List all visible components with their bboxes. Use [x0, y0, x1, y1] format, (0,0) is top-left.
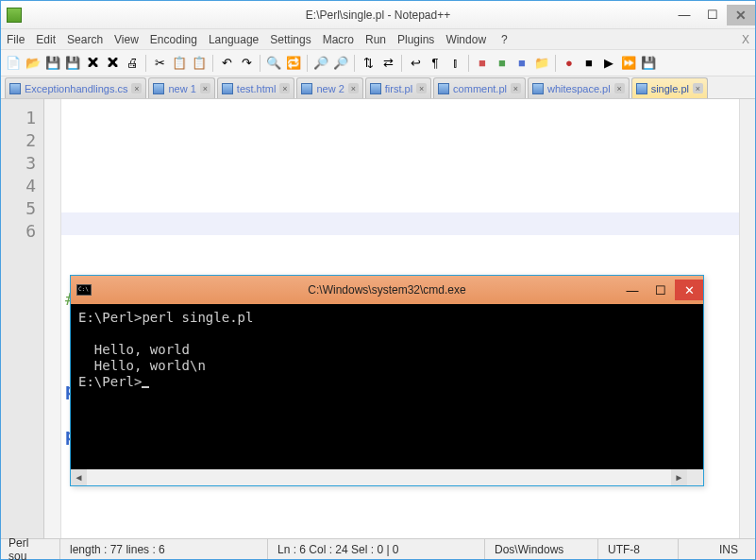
- separator: [212, 55, 213, 72]
- menu-run[interactable]: Run: [365, 33, 386, 46]
- sync-h-icon[interactable]: ⇄: [379, 55, 396, 72]
- record-icon[interactable]: ●: [561, 55, 578, 72]
- cut-icon[interactable]: ✂: [151, 55, 168, 72]
- tab-close-icon[interactable]: ×: [693, 83, 703, 93]
- toolbar: 📄 📂 💾 💾 🗙 🗙 🖨 ✂ 📋 📋 ↶ ↷ 🔍 🔁 🔎 🔎 ⇅ ⇄ ↩ ¶ …: [1, 50, 755, 76]
- sync-v-icon[interactable]: ⇅: [360, 55, 377, 72]
- folder-icon[interactable]: 📁: [533, 55, 550, 72]
- lang-icon[interactable]: ■: [474, 55, 491, 72]
- wordwrap-icon[interactable]: ↩: [407, 55, 424, 72]
- zoom-out-icon[interactable]: 🔎: [332, 55, 349, 72]
- tab-close-x[interactable]: X: [742, 33, 749, 46]
- print-icon[interactable]: 🖨: [124, 55, 141, 72]
- redo-icon[interactable]: ↷: [238, 55, 255, 72]
- close-icon: ✕: [735, 8, 747, 23]
- scroll-left-icon[interactable]: ◄: [71, 469, 87, 485]
- stop-icon[interactable]: ■: [580, 55, 597, 72]
- func-list-icon[interactable]: ■: [513, 55, 530, 72]
- zoom-in-icon[interactable]: 🔎: [312, 55, 329, 72]
- tab-close-icon[interactable]: ×: [279, 83, 290, 93]
- separator: [555, 55, 556, 72]
- tab-close-icon[interactable]: ×: [131, 83, 142, 93]
- cmd-titlebar[interactable]: C:\Windows\system32\cmd.exe — ☐ ✕: [71, 276, 703, 304]
- tab-close-icon[interactable]: ×: [348, 83, 359, 93]
- tab-bar: Exceptionhandlings.cs× new 1× test.html×…: [1, 76, 755, 99]
- status-position: Ln : 6 Col : 24 Sel : 0 | 0: [268, 539, 485, 559]
- file-icon: [532, 83, 544, 94]
- menu-file[interactable]: File: [7, 33, 25, 46]
- cmd-output-line: Hello, world: [78, 342, 190, 357]
- line-number: 6: [1, 220, 36, 243]
- save-all-icon[interactable]: 💾: [64, 55, 81, 72]
- file-icon: [9, 83, 21, 94]
- tab-exceptionhandlings[interactable]: Exceptionhandlings.cs×: [5, 77, 146, 98]
- menu-view[interactable]: View: [114, 33, 139, 46]
- menu-search[interactable]: Search: [67, 33, 103, 46]
- play-icon[interactable]: ▶: [600, 55, 617, 72]
- tab-close-icon[interactable]: ×: [416, 83, 427, 93]
- indent-guide-icon[interactable]: ⫿: [446, 55, 463, 72]
- window-controls: — ☐ ✕: [670, 5, 755, 25]
- line-number: 3: [1, 152, 36, 175]
- save-icon[interactable]: 💾: [44, 55, 61, 72]
- copy-icon[interactable]: 📋: [171, 55, 188, 72]
- cmd-output-line: E:\Perl>perl single.pl: [78, 310, 253, 325]
- menu-plugins[interactable]: Plugins: [397, 33, 434, 46]
- tab-commentpl[interactable]: comment.pl×: [433, 77, 526, 98]
- file-icon: [301, 83, 312, 94]
- doc-map-icon[interactable]: ■: [494, 55, 511, 72]
- tab-close-icon[interactable]: ×: [614, 83, 625, 93]
- cmd-output-line: Hello, world\n: [78, 358, 206, 373]
- open-file-icon[interactable]: 📂: [25, 55, 42, 72]
- menu-macro[interactable]: Macro: [323, 33, 354, 46]
- minimize-button[interactable]: —: [670, 5, 698, 25]
- maximize-button[interactable]: ☐: [698, 5, 727, 25]
- menu-window[interactable]: Window: [445, 33, 486, 46]
- close-file-icon[interactable]: 🗙: [84, 55, 101, 72]
- paste-icon[interactable]: 📋: [191, 55, 208, 72]
- menu-edit[interactable]: Edit: [36, 33, 56, 46]
- replace-icon[interactable]: 🔁: [285, 55, 302, 72]
- tab-testhtml[interactable]: test.html×: [217, 77, 295, 98]
- scroll-right-icon[interactable]: ►: [671, 469, 687, 485]
- tab-whitespacepl[interactable]: whitespace.pl×: [528, 77, 630, 98]
- line-number: 5: [1, 197, 36, 220]
- tab-new1[interactable]: new 1×: [148, 77, 214, 98]
- cmd-prompt: E:\Perl>: [78, 374, 142, 389]
- cmd-maximize-button[interactable]: ☐: [647, 280, 675, 300]
- tab-new2[interactable]: new 2×: [296, 77, 362, 98]
- tab-firstpl[interactable]: first.pl×: [365, 77, 431, 98]
- cmd-window-controls: — ☐ ✕: [618, 280, 703, 300]
- cmd-terminal[interactable]: E:\Perl>perl single.pl Hello, world Hell…: [71, 304, 703, 469]
- status-mode: INS: [679, 539, 748, 559]
- status-length: length : 77 lines : 6: [60, 539, 268, 559]
- find-icon[interactable]: 🔍: [265, 55, 282, 72]
- menu-language[interactable]: Language: [209, 33, 259, 46]
- play-multi-icon[interactable]: ⏩: [620, 55, 637, 72]
- close-button[interactable]: ✕: [727, 5, 755, 25]
- cmd-window[interactable]: C:\Windows\system32\cmd.exe — ☐ ✕ E:\Per…: [70, 275, 704, 486]
- separator: [401, 55, 402, 72]
- line-number-gutter[interactable]: 1 2 3 4 5 6: [1, 99, 44, 538]
- separator: [145, 55, 146, 72]
- menu-help[interactable]: ?: [501, 33, 508, 46]
- save-macro-icon[interactable]: 💾: [640, 55, 657, 72]
- tab-singlepl[interactable]: single.pl×: [631, 77, 708, 98]
- new-file-icon[interactable]: 📄: [5, 55, 22, 72]
- cmd-horizontal-scrollbar[interactable]: ◄ ►: [71, 469, 703, 485]
- cmd-minimize-button[interactable]: —: [618, 280, 647, 300]
- tab-close-icon[interactable]: ×: [200, 83, 210, 93]
- tab-close-icon[interactable]: ×: [511, 83, 521, 93]
- vertical-scrollbar[interactable]: [739, 99, 755, 538]
- file-icon: [438, 83, 449, 94]
- cmd-close-button[interactable]: ✕: [675, 280, 703, 300]
- file-icon: [153, 83, 164, 94]
- menu-settings[interactable]: Settings: [270, 33, 311, 46]
- undo-icon[interactable]: ↶: [218, 55, 235, 72]
- file-icon: [636, 83, 647, 94]
- close-all-icon[interactable]: 🗙: [104, 55, 121, 72]
- allchars-icon[interactable]: ¶: [427, 55, 444, 72]
- fold-margin[interactable]: [44, 99, 61, 538]
- menu-encoding[interactable]: Encoding: [150, 33, 197, 46]
- titlebar[interactable]: E:\Perl\single.pl - Notepad++ — ☐ ✕: [1, 1, 755, 29]
